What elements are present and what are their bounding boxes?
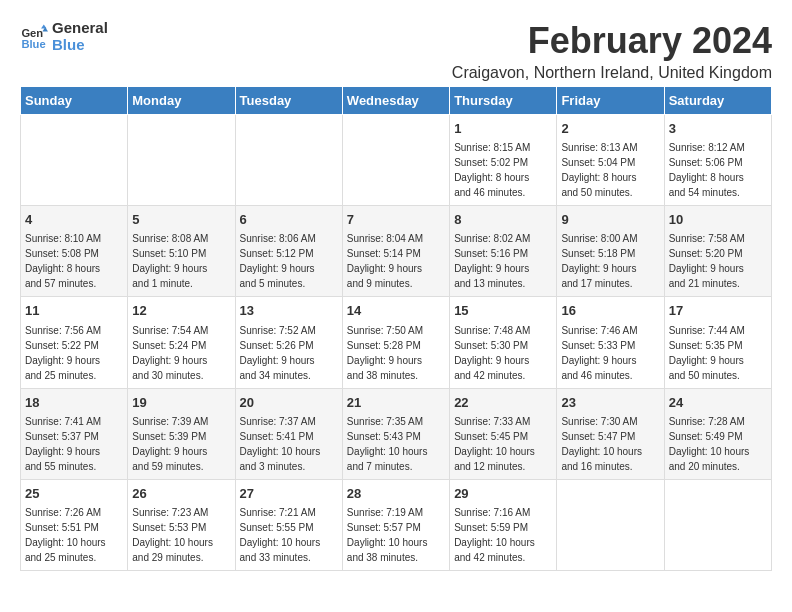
day-info: Sunrise: 8:15 AM Sunset: 5:02 PM Dayligh… — [454, 140, 552, 200]
day-number: 5 — [132, 211, 230, 229]
day-info: Sunrise: 8:02 AM Sunset: 5:16 PM Dayligh… — [454, 231, 552, 291]
calendar-cell — [21, 115, 128, 206]
day-info: Sunrise: 7:19 AM Sunset: 5:57 PM Dayligh… — [347, 505, 445, 565]
day-number: 24 — [669, 394, 767, 412]
calendar-week-1: 1Sunrise: 8:15 AM Sunset: 5:02 PM Daylig… — [21, 115, 772, 206]
col-wednesday: Wednesday — [342, 87, 449, 115]
day-info: Sunrise: 7:52 AM Sunset: 5:26 PM Dayligh… — [240, 323, 338, 383]
calendar-cell: 26Sunrise: 7:23 AM Sunset: 5:53 PM Dayli… — [128, 479, 235, 570]
day-info: Sunrise: 7:39 AM Sunset: 5:39 PM Dayligh… — [132, 414, 230, 474]
calendar-cell — [664, 479, 771, 570]
calendar-cell: 12Sunrise: 7:54 AM Sunset: 5:24 PM Dayli… — [128, 297, 235, 388]
calendar-cell: 3Sunrise: 8:12 AM Sunset: 5:06 PM Daylig… — [664, 115, 771, 206]
calendar-cell: 10Sunrise: 7:58 AM Sunset: 5:20 PM Dayli… — [664, 206, 771, 297]
calendar-cell: 5Sunrise: 8:08 AM Sunset: 5:10 PM Daylig… — [128, 206, 235, 297]
calendar-cell: 2Sunrise: 8:13 AM Sunset: 5:04 PM Daylig… — [557, 115, 664, 206]
day-number: 8 — [454, 211, 552, 229]
calendar-cell: 18Sunrise: 7:41 AM Sunset: 5:37 PM Dayli… — [21, 388, 128, 479]
calendar-cell: 19Sunrise: 7:39 AM Sunset: 5:39 PM Dayli… — [128, 388, 235, 479]
logo-general-text: General — [52, 20, 108, 37]
calendar-cell: 8Sunrise: 8:02 AM Sunset: 5:16 PM Daylig… — [450, 206, 557, 297]
day-info: Sunrise: 7:37 AM Sunset: 5:41 PM Dayligh… — [240, 414, 338, 474]
calendar-cell: 16Sunrise: 7:46 AM Sunset: 5:33 PM Dayli… — [557, 297, 664, 388]
logo-icon: Gen Blue — [20, 23, 48, 51]
col-saturday: Saturday — [664, 87, 771, 115]
col-sunday: Sunday — [21, 87, 128, 115]
day-info: Sunrise: 7:56 AM Sunset: 5:22 PM Dayligh… — [25, 323, 123, 383]
col-tuesday: Tuesday — [235, 87, 342, 115]
subtitle: Craigavon, Northern Ireland, United King… — [452, 64, 772, 82]
calendar-cell: 21Sunrise: 7:35 AM Sunset: 5:43 PM Dayli… — [342, 388, 449, 479]
calendar-cell: 1Sunrise: 8:15 AM Sunset: 5:02 PM Daylig… — [450, 115, 557, 206]
day-number: 12 — [132, 302, 230, 320]
day-number: 27 — [240, 485, 338, 503]
calendar-cell — [128, 115, 235, 206]
col-monday: Monday — [128, 87, 235, 115]
calendar-cell: 22Sunrise: 7:33 AM Sunset: 5:45 PM Dayli… — [450, 388, 557, 479]
calendar-cell — [557, 479, 664, 570]
day-info: Sunrise: 7:46 AM Sunset: 5:33 PM Dayligh… — [561, 323, 659, 383]
day-number: 3 — [669, 120, 767, 138]
day-number: 29 — [454, 485, 552, 503]
calendar-week-2: 4Sunrise: 8:10 AM Sunset: 5:08 PM Daylig… — [21, 206, 772, 297]
calendar-cell: 4Sunrise: 8:10 AM Sunset: 5:08 PM Daylig… — [21, 206, 128, 297]
day-info: Sunrise: 7:16 AM Sunset: 5:59 PM Dayligh… — [454, 505, 552, 565]
day-number: 4 — [25, 211, 123, 229]
calendar-cell: 15Sunrise: 7:48 AM Sunset: 5:30 PM Dayli… — [450, 297, 557, 388]
calendar-cell: 9Sunrise: 8:00 AM Sunset: 5:18 PM Daylig… — [557, 206, 664, 297]
calendar-week-4: 18Sunrise: 7:41 AM Sunset: 5:37 PM Dayli… — [21, 388, 772, 479]
day-info: Sunrise: 8:13 AM Sunset: 5:04 PM Dayligh… — [561, 140, 659, 200]
calendar-cell: 7Sunrise: 8:04 AM Sunset: 5:14 PM Daylig… — [342, 206, 449, 297]
day-number: 20 — [240, 394, 338, 412]
calendar-cell — [235, 115, 342, 206]
calendar-cell: 28Sunrise: 7:19 AM Sunset: 5:57 PM Dayli… — [342, 479, 449, 570]
calendar-table: Sunday Monday Tuesday Wednesday Thursday… — [20, 86, 772, 571]
calendar-cell: 17Sunrise: 7:44 AM Sunset: 5:35 PM Dayli… — [664, 297, 771, 388]
day-number: 13 — [240, 302, 338, 320]
day-info: Sunrise: 8:00 AM Sunset: 5:18 PM Dayligh… — [561, 231, 659, 291]
calendar-cell: 14Sunrise: 7:50 AM Sunset: 5:28 PM Dayli… — [342, 297, 449, 388]
calendar-cell: 27Sunrise: 7:21 AM Sunset: 5:55 PM Dayli… — [235, 479, 342, 570]
day-info: Sunrise: 7:58 AM Sunset: 5:20 PM Dayligh… — [669, 231, 767, 291]
calendar-week-5: 25Sunrise: 7:26 AM Sunset: 5:51 PM Dayli… — [21, 479, 772, 570]
calendar-cell — [342, 115, 449, 206]
calendar-cell: 24Sunrise: 7:28 AM Sunset: 5:49 PM Dayli… — [664, 388, 771, 479]
day-info: Sunrise: 7:54 AM Sunset: 5:24 PM Dayligh… — [132, 323, 230, 383]
day-info: Sunrise: 8:10 AM Sunset: 5:08 PM Dayligh… — [25, 231, 123, 291]
calendar-cell: 11Sunrise: 7:56 AM Sunset: 5:22 PM Dayli… — [21, 297, 128, 388]
logo: Gen Blue General Blue — [20, 20, 108, 53]
day-info: Sunrise: 7:33 AM Sunset: 5:45 PM Dayligh… — [454, 414, 552, 474]
calendar-cell: 25Sunrise: 7:26 AM Sunset: 5:51 PM Dayli… — [21, 479, 128, 570]
svg-text:Blue: Blue — [21, 37, 45, 49]
col-friday: Friday — [557, 87, 664, 115]
page-container: Gen Blue General Blue February 2024 Crai… — [20, 20, 772, 571]
day-info: Sunrise: 7:50 AM Sunset: 5:28 PM Dayligh… — [347, 323, 445, 383]
day-info: Sunrise: 7:48 AM Sunset: 5:30 PM Dayligh… — [454, 323, 552, 383]
calendar-week-3: 11Sunrise: 7:56 AM Sunset: 5:22 PM Dayli… — [21, 297, 772, 388]
title-section: February 2024 Craigavon, Northern Irelan… — [452, 20, 772, 82]
col-thursday: Thursday — [450, 87, 557, 115]
day-number: 17 — [669, 302, 767, 320]
day-number: 9 — [561, 211, 659, 229]
day-info: Sunrise: 8:08 AM Sunset: 5:10 PM Dayligh… — [132, 231, 230, 291]
day-number: 7 — [347, 211, 445, 229]
day-info: Sunrise: 8:06 AM Sunset: 5:12 PM Dayligh… — [240, 231, 338, 291]
day-number: 1 — [454, 120, 552, 138]
calendar-cell: 13Sunrise: 7:52 AM Sunset: 5:26 PM Dayli… — [235, 297, 342, 388]
page-header: Gen Blue General Blue February 2024 Crai… — [20, 20, 772, 82]
calendar-cell: 20Sunrise: 7:37 AM Sunset: 5:41 PM Dayli… — [235, 388, 342, 479]
logo-blue-text: Blue — [52, 37, 108, 54]
day-number: 16 — [561, 302, 659, 320]
day-number: 25 — [25, 485, 123, 503]
day-number: 28 — [347, 485, 445, 503]
day-number: 6 — [240, 211, 338, 229]
day-info: Sunrise: 7:35 AM Sunset: 5:43 PM Dayligh… — [347, 414, 445, 474]
day-number: 19 — [132, 394, 230, 412]
day-number: 10 — [669, 211, 767, 229]
calendar-cell: 29Sunrise: 7:16 AM Sunset: 5:59 PM Dayli… — [450, 479, 557, 570]
logo-text: General Blue — [52, 20, 108, 53]
day-info: Sunrise: 7:28 AM Sunset: 5:49 PM Dayligh… — [669, 414, 767, 474]
day-info: Sunrise: 7:26 AM Sunset: 5:51 PM Dayligh… — [25, 505, 123, 565]
day-number: 2 — [561, 120, 659, 138]
day-number: 14 — [347, 302, 445, 320]
